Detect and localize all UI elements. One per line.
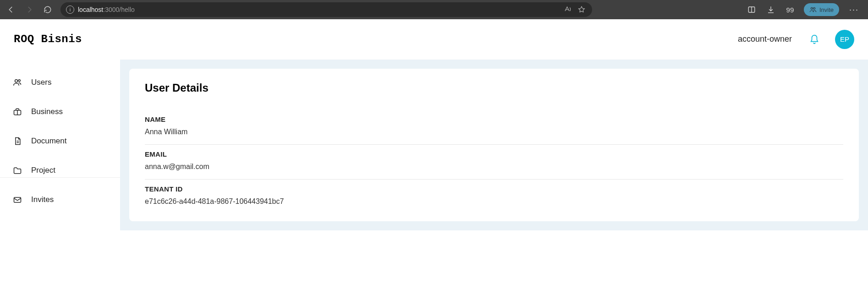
sidebar-item-label: Document bbox=[31, 137, 66, 146]
site-info-icon[interactable]: i bbox=[66, 5, 74, 14]
url-path: /hello bbox=[119, 6, 134, 13]
notifications-icon[interactable] bbox=[809, 34, 819, 44]
field-value: Anna William bbox=[145, 128, 843, 136]
browser-toolbar: i localhost:3000/hello 99 Invite ··· bbox=[0, 0, 868, 19]
role-label[interactable]: account-owner bbox=[738, 34, 792, 44]
svg-point-4 bbox=[15, 80, 18, 82]
read-aloud-icon[interactable] bbox=[563, 5, 573, 15]
sidebar-item-users[interactable]: Users bbox=[0, 68, 120, 97]
field-name: NAME Anna William bbox=[145, 110, 843, 145]
svg-rect-10 bbox=[14, 197, 21, 202]
sidebar-item-label: Users bbox=[31, 78, 51, 87]
field-email: EMAIL anna.w@gmail.com bbox=[145, 145, 843, 180]
field-label: TENANT ID bbox=[145, 185, 843, 193]
people-icon bbox=[809, 6, 817, 13]
mail-icon bbox=[13, 195, 22, 204]
user-details-card: User Details NAME Anna William EMAIL ann… bbox=[129, 69, 859, 221]
back-button[interactable] bbox=[4, 2, 18, 17]
downloads-icon[interactable] bbox=[765, 4, 776, 15]
sidebar-item-business[interactable]: Business bbox=[0, 97, 120, 126]
page-title: User Details bbox=[145, 82, 843, 94]
briefcase-icon bbox=[13, 107, 22, 116]
sidebar-item-label: Project bbox=[31, 166, 55, 175]
brand-title: ROQ Bisnis bbox=[14, 33, 82, 45]
reload-button[interactable] bbox=[40, 2, 55, 17]
svg-point-3 bbox=[813, 7, 815, 9]
folder-icon bbox=[13, 166, 22, 175]
field-label: NAME bbox=[145, 115, 843, 123]
quote-badge[interactable]: 99 bbox=[785, 4, 796, 15]
avatar[interactable]: EP bbox=[835, 30, 854, 49]
url-text: localhost:3000/hello bbox=[78, 6, 135, 13]
svg-point-5 bbox=[18, 80, 20, 82]
users-icon bbox=[13, 78, 22, 87]
favorite-icon[interactable] bbox=[577, 5, 587, 15]
field-label: EMAIL bbox=[145, 150, 843, 158]
field-tenant-id: TENANT ID e71c6c26-a44d-481a-9867-106443… bbox=[145, 180, 843, 208]
browser-invite-label: Invite bbox=[819, 6, 834, 13]
more-menu-icon[interactable]: ··· bbox=[847, 5, 861, 15]
sidebar-item-project[interactable]: Project bbox=[0, 156, 120, 185]
url-host: localhost bbox=[78, 6, 103, 13]
svg-point-2 bbox=[811, 7, 813, 9]
sidebar-item-document[interactable]: Document bbox=[0, 126, 120, 156]
browser-invite-button[interactable]: Invite bbox=[804, 3, 839, 16]
sidebar-item-invites[interactable]: Invites bbox=[0, 185, 120, 214]
field-value: anna.w@gmail.com bbox=[145, 163, 843, 171]
sidebar-nav: Users Business Document Project Invites bbox=[0, 60, 120, 178]
sidebar-item-label: Business bbox=[31, 107, 63, 116]
main-area: User Details NAME Anna William EMAIL ann… bbox=[120, 60, 868, 230]
field-value: e71c6c26-a44d-481a-9867-106443941bc7 bbox=[145, 197, 843, 206]
document-icon bbox=[13, 137, 22, 146]
app-header: ROQ Bisnis account-owner EP bbox=[0, 19, 868, 60]
url-port: :3000 bbox=[103, 6, 119, 13]
address-bar[interactable]: i localhost:3000/hello bbox=[60, 2, 592, 17]
split-screen-icon[interactable] bbox=[746, 4, 757, 15]
forward-button[interactable] bbox=[22, 2, 37, 17]
sidebar-item-label: Invites bbox=[31, 195, 54, 204]
